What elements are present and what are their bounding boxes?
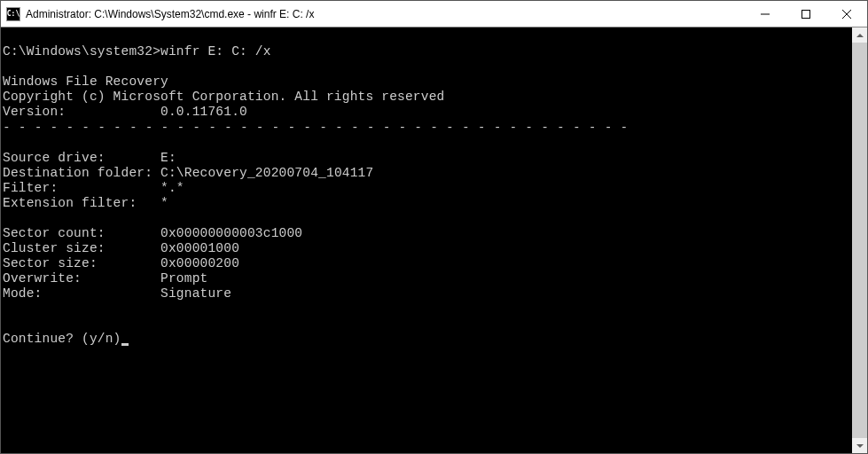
prompt-path: C:\Windows\system32> [3,44,160,59]
close-button[interactable] [826,1,867,27]
prompt-command: winfr E: C: /x [160,44,271,59]
scrollbar[interactable] [852,27,867,453]
scrollbar-track[interactable] [852,43,867,438]
dest-folder-label: Destination folder: [3,166,152,180]
sector-size-label: Sector size: [3,256,98,270]
ext-filter-value: * [160,196,168,210]
ext-filter-label: Extension filter: [3,196,137,210]
source-drive-label: Source drive: [3,151,106,165]
overwrite-label: Overwrite: [3,271,82,286]
cmd-icon: C:\ [6,7,20,21]
divider: - - - - - - - - - - - - - - - - - - - - … [3,120,628,134]
svg-marker-5 [856,444,864,448]
filter-value: *.* [160,181,184,195]
minimize-button[interactable] [745,1,786,27]
version-value: 0.0.11761.0 [160,105,247,119]
terminal-area: C:\Windows\system32>winfr E: C: /x Windo… [1,27,867,453]
sector-size-value: 0x00000200 [160,256,239,270]
cluster-size-label: Cluster size: [3,241,106,255]
cursor [121,343,129,346]
terminal-output[interactable]: C:\Windows\system32>winfr E: C: /x Windo… [1,27,852,453]
scrollbar-up-button[interactable] [852,27,867,43]
svg-marker-4 [856,34,864,37]
maximize-button[interactable] [786,1,826,27]
app-name: Windows File Recovery [3,74,168,89]
copyright: Copyright (c) Microsoft Corporation. All… [3,90,444,104]
dest-folder-value: C:\Recovery_20200704_104117 [160,166,373,180]
scrollbar-down-button[interactable] [852,438,867,453]
filter-label: Filter: [3,181,58,195]
window-controls [745,1,867,27]
sector-count-value: 0x00000000003c1000 [160,226,302,240]
sector-count-label: Sector count: [3,226,106,240]
scrollbar-thumb[interactable] [852,43,867,438]
continue-prompt: Continue? (y/n) [3,332,121,346]
source-drive-value: E: [160,151,176,165]
cluster-size-value: 0x00001000 [160,241,239,255]
titlebar[interactable]: C:\ Administrator: C:\Windows\System32\c… [1,1,867,27]
window-title: Administrator: C:\Windows\System32\cmd.e… [26,8,745,20]
mode-label: Mode: [3,286,43,301]
mode-value: Signature [160,286,231,301]
cmd-window: C:\ Administrator: C:\Windows\System32\c… [0,0,868,454]
version-label: Version: [3,105,66,119]
svg-rect-1 [802,10,810,18]
overwrite-value: Prompt [160,271,207,286]
